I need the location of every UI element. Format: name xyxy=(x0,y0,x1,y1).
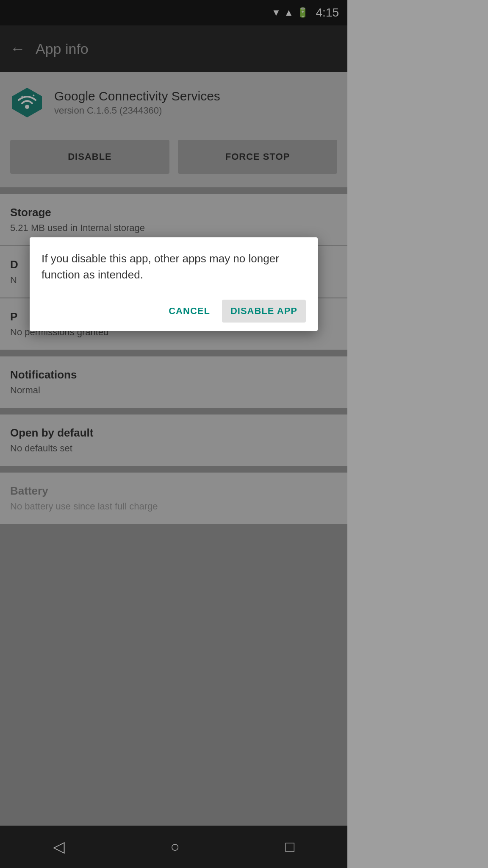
back-nav-icon[interactable]: ◁ xyxy=(53,838,65,856)
dialog-message: If you disable this app, other apps may … xyxy=(42,251,306,283)
cancel-button[interactable]: CANCEL xyxy=(160,300,219,323)
dialog-buttons: CANCEL DISABLE APP xyxy=(42,300,306,323)
disable-dialog: If you disable this app, other apps may … xyxy=(30,237,318,331)
home-nav-icon[interactable]: ○ xyxy=(170,838,180,856)
dialog-overlay: If you disable this app, other apps may … xyxy=(0,0,347,868)
recents-nav-icon[interactable]: □ xyxy=(286,838,295,856)
disable-app-button[interactable]: DISABLE APP xyxy=(222,300,306,323)
bottom-nav: ◁ ○ □ xyxy=(0,826,347,868)
